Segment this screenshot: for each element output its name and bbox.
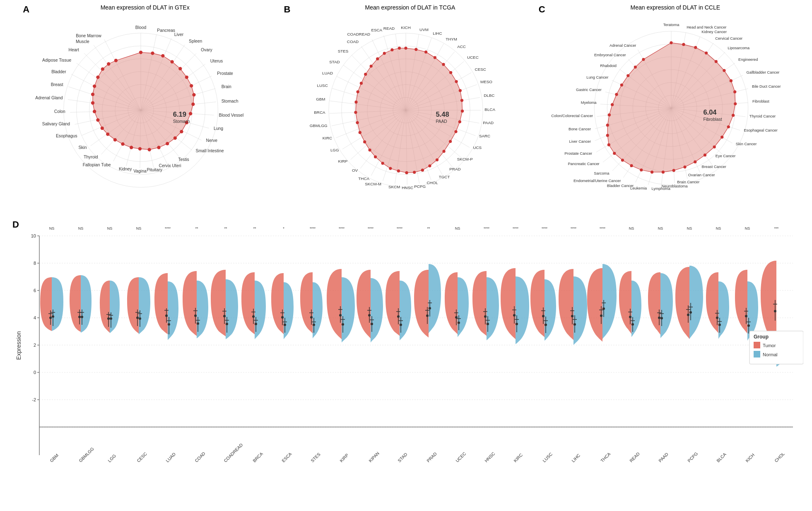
svg-point-286 — [608, 113, 611, 116]
svg-text:NS: NS — [107, 226, 113, 230]
svg-point-160 — [421, 169, 424, 172]
svg-text:6: 6 — [34, 288, 36, 293]
svg-text:TGCT: TGCT — [439, 175, 450, 179]
svg-point-170 — [356, 121, 359, 124]
svg-point-56 — [121, 143, 124, 146]
svg-point-508 — [660, 317, 663, 319]
svg-rect-561 — [754, 342, 760, 348]
svg-point-280 — [630, 164, 633, 167]
svg-point-177 — [376, 58, 379, 60]
svg-point-487 — [571, 315, 573, 317]
svg-point-285 — [606, 124, 609, 127]
svg-text:LUAD: LUAD — [165, 451, 177, 463]
svg-point-172 — [355, 101, 358, 103]
svg-point-175 — [364, 73, 367, 76]
svg-text:Breast: Breast — [51, 82, 63, 87]
svg-point-469 — [484, 315, 487, 318]
svg-text:UVM: UVM — [420, 27, 429, 32]
chart-panel-a: A Mean expression of DLAT in GTEx — [12, 4, 269, 207]
svg-text:Adrenal Gland: Adrenal Gland — [36, 96, 63, 100]
chart-title-b: Mean expression of DLAT in TCGA — [290, 4, 530, 11]
svg-point-68 — [114, 59, 117, 62]
svg-text:Adipose Tissue: Adipose Tissue — [42, 58, 71, 62]
svg-point-57 — [113, 138, 116, 141]
svg-text:**: ** — [224, 226, 227, 230]
svg-text:10: 10 — [31, 233, 36, 238]
svg-text:Muscle: Muscle — [76, 39, 89, 44]
svg-point-146 — [424, 50, 427, 53]
svg-point-176 — [370, 65, 373, 67]
svg-point-145 — [415, 48, 418, 51]
svg-point-290 — [626, 74, 629, 77]
svg-point-44 — [190, 84, 193, 87]
svg-text:KIRP: KIRP — [338, 159, 348, 163]
svg-point-442 — [342, 323, 344, 326]
svg-point-61 — [93, 110, 96, 113]
svg-text:COADREAD: COADREAD — [223, 442, 244, 463]
svg-text:Brain: Brain — [222, 84, 231, 89]
y-axis-title: Expression — [15, 331, 22, 360]
svg-point-40 — [161, 54, 164, 57]
svg-point-65 — [96, 76, 99, 79]
svg-text:Blood: Blood — [135, 25, 147, 30]
svg-point-174 — [360, 82, 363, 85]
svg-text:Bladder Cancer: Bladder Cancer — [607, 184, 634, 188]
svg-point-454 — [400, 324, 402, 326]
svg-text:KIPAN: KIPAN — [368, 451, 380, 463]
main-container: A Mean expression of DLAT in GTEx — [0, 0, 812, 511]
svg-point-445 — [368, 314, 371, 317]
svg-text:Embryonal Cancer: Embryonal Cancer — [594, 53, 626, 57]
svg-text:UCS: UCS — [473, 145, 482, 150]
svg-text:6.04: 6.04 — [703, 108, 717, 116]
radar-chart-a: 6.19 Stomach Blood Pancreas Liver Spleen… — [21, 11, 261, 201]
svg-text:Blood Vessel: Blood Vessel — [219, 113, 244, 118]
svg-point-265 — [723, 69, 725, 72]
svg-text:ESCA: ESCA — [281, 451, 293, 463]
svg-point-168 — [364, 140, 366, 143]
svg-text:Teratoma: Teratoma — [663, 23, 679, 27]
svg-text:Spleen: Spleen — [189, 39, 202, 43]
svg-point-409 — [194, 314, 197, 317]
svg-text:Bone Marrow: Bone Marrow — [76, 34, 101, 38]
panel-label-a: A — [23, 4, 29, 15]
svg-point-39 — [151, 52, 154, 55]
svg-text:***: *** — [774, 226, 779, 230]
svg-text:PAAD: PAAD — [658, 451, 669, 463]
svg-text:Testis: Testis — [178, 157, 189, 162]
svg-point-478 — [516, 323, 518, 325]
svg-text:THCA: THCA — [359, 176, 370, 181]
svg-point-45 — [193, 93, 195, 96]
svg-text:ESCA: ESCA — [371, 28, 383, 32]
svg-point-173 — [357, 90, 359, 93]
svg-point-439 — [339, 314, 342, 317]
svg-text:****: **** — [600, 226, 606, 230]
svg-point-424 — [255, 323, 257, 325]
svg-text:STAD: STAD — [330, 60, 340, 64]
svg-text:PRAD: PRAD — [450, 167, 461, 171]
svg-point-412 — [197, 322, 199, 325]
svg-point-41 — [171, 60, 173, 63]
svg-point-514 — [689, 311, 692, 314]
svg-text:PRAD: PRAD — [426, 451, 438, 463]
radar-chart-b: 5.48 PAAD KICH UVM LIHC THYM ACC UCEC CE… — [282, 11, 530, 201]
svg-point-451 — [397, 315, 400, 318]
svg-point-260 — [670, 41, 672, 44]
svg-text:Head and Neck Cancer: Head and Neck Cancer — [687, 25, 726, 29]
svg-text:Rhabdoid: Rhabdoid — [600, 64, 617, 68]
chart-title-a: Mean expression of DLAT in GTEx — [29, 4, 261, 11]
svg-point-157 — [443, 150, 446, 153]
mean-value-a: 6.19 — [173, 110, 186, 118]
svg-point-460 — [429, 307, 431, 309]
svg-text:CESC: CESC — [475, 67, 486, 72]
chart-panel-b: B Mean expression of DLAT in TCGA — [277, 4, 534, 207]
svg-text:Engineered: Engineered — [738, 58, 758, 62]
svg-point-403 — [165, 314, 168, 317]
svg-point-179 — [391, 48, 394, 51]
svg-point-52 — [157, 146, 160, 149]
svg-text:LUAD: LUAD — [322, 71, 333, 75]
svg-text:****: **** — [484, 226, 490, 230]
svg-point-511 — [687, 314, 689, 316]
chart-title-c: Mean expression of DLAT in CCLE — [545, 4, 806, 11]
svg-text:Breast Cancer: Breast Cancer — [701, 165, 726, 169]
svg-text:COAD: COAD — [194, 451, 206, 463]
